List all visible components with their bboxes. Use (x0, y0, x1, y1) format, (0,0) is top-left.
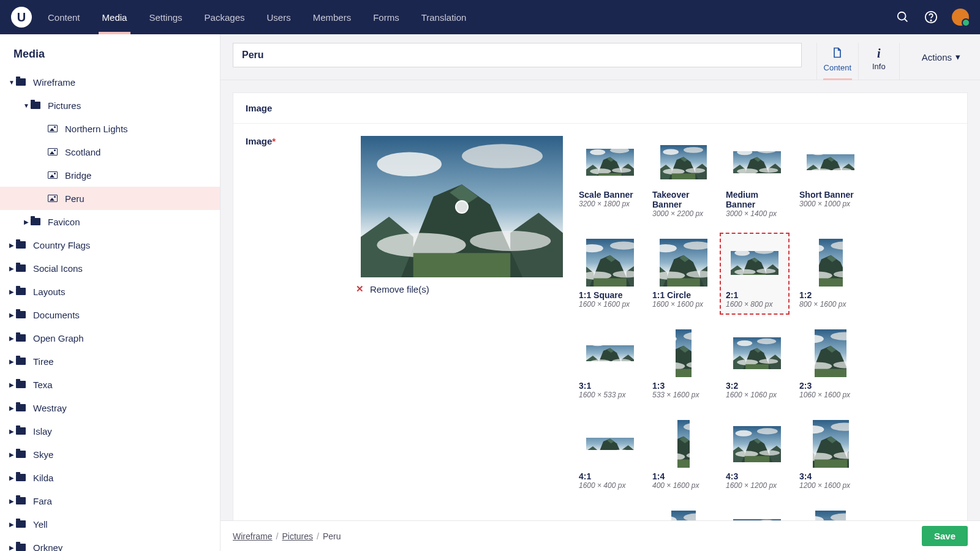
tree-item[interactable]: ▶Texa (0, 373, 220, 396)
logo[interactable]: U (11, 7, 32, 28)
crop-preset[interactable] (576, 508, 644, 520)
breadcrumb-link[interactable]: Wireframe (233, 531, 273, 541)
tree-item-label: Bridge (65, 170, 91, 181)
breadcrumb-link[interactable]: Pictures (282, 531, 313, 541)
tree-item[interactable]: ▶Scotland (0, 140, 220, 163)
caret-right-icon[interactable]: ▶ (7, 312, 16, 318)
crop-preset[interactable]: 2:11600 × 800 px (721, 234, 788, 313)
caret-right-icon[interactable]: ▶ (7, 544, 16, 551)
crop-name: Medium Banner (726, 190, 788, 209)
folder-icon (16, 451, 27, 458)
crop-preset[interactable] (797, 508, 864, 520)
search-icon[interactable] (895, 10, 910, 24)
tab-info[interactable]: i Info (858, 43, 900, 80)
caret-right-icon[interactable]: ▶ (7, 428, 16, 435)
crop-dimensions: 3000 × 1400 px (726, 209, 788, 218)
tree-item-label: Tiree (33, 356, 54, 367)
crop-preset[interactable]: 3:11600 × 533 px (576, 327, 644, 402)
tree-item[interactable]: ▶Westray (0, 396, 220, 419)
tree-item[interactable]: ▶Layouts (0, 280, 220, 303)
caret-right-icon[interactable]: ▶ (7, 474, 16, 481)
breadcrumb-current: Peru (323, 531, 341, 541)
caret-down-icon[interactable]: ▼ (7, 79, 16, 86)
save-button[interactable]: Save (922, 526, 968, 546)
crop-preset[interactable]: Medium Banner3000 × 1400 px (723, 136, 791, 220)
tree-item[interactable]: ▼Wireframe (0, 70, 220, 94)
caret-right-icon[interactable]: ▶ (7, 242, 16, 249)
folder-icon (31, 218, 42, 225)
crop-preset[interactable]: Takeover Banner3000 × 2200 px (650, 136, 717, 220)
crop-preset[interactable]: 1:3533 × 1600 px (650, 327, 717, 402)
crop-preset[interactable]: 4:31600 × 1200 px (723, 418, 791, 492)
tree-item[interactable]: ▶Peru (0, 187, 220, 210)
caret-right-icon[interactable]: ▶ (7, 498, 16, 504)
folder-icon (16, 404, 27, 411)
caret-right-icon[interactable]: ▶ (7, 288, 16, 295)
crop-preset[interactable]: Short Banner3000 × 1000 px (797, 136, 864, 220)
crop-dimensions: 1200 × 1600 px (799, 481, 862, 490)
crop-preset[interactable]: 3:21600 × 1060 px (723, 327, 791, 402)
folder-icon (31, 102, 42, 109)
tree-item[interactable]: ▶Skye (0, 443, 220, 466)
breadcrumb: Wireframe/Pictures/Peru (233, 531, 341, 541)
crop-preset[interactable]: 3:41200 × 1600 px (797, 418, 864, 492)
user-avatar[interactable] (952, 9, 969, 26)
crop-preset[interactable]: 1:2800 × 1600 px (797, 236, 864, 311)
tree-item[interactable]: ▶Bridge (0, 163, 220, 187)
tree-item[interactable]: ▶Fara (0, 489, 220, 512)
main-image[interactable] (356, 136, 568, 277)
caret-right-icon[interactable]: ▶ (7, 405, 16, 411)
focal-point-handle[interactable] (455, 200, 469, 214)
nav-item-media[interactable]: Media (102, 0, 127, 34)
remove-file-button[interactable]: ✕ Remove file(s) (356, 283, 568, 294)
folder-icon (16, 427, 27, 435)
nav-item-forms[interactable]: Forms (373, 0, 399, 34)
actions-dropdown[interactable]: Actions ▾ (914, 43, 968, 62)
caret-right-icon[interactable]: ▶ (7, 335, 16, 342)
crop-dimensions: 800 × 1600 px (799, 300, 862, 309)
tree-item[interactable]: ▶Tiree (0, 350, 220, 373)
tree-item[interactable]: ▶Orkney (0, 536, 220, 551)
crop-preset[interactable]: 2:31060 × 1600 px (797, 327, 864, 402)
tree-item[interactable]: ▶Social Icons (0, 257, 220, 280)
caret-right-icon[interactable]: ▶ (22, 219, 31, 225)
caret-right-icon[interactable]: ▶ (7, 358, 16, 365)
nav-item-users[interactable]: Users (266, 0, 290, 34)
crop-preset[interactable]: 1:4400 × 1600 px (650, 418, 717, 492)
crop-name: Scale Banner (579, 190, 641, 200)
tab-content[interactable]: Content (816, 43, 858, 80)
crop-preset[interactable] (723, 508, 791, 520)
tree-item[interactable]: ▶Favicon (0, 210, 220, 233)
caret-down-icon[interactable]: ▼ (22, 102, 31, 109)
nav-item-packages[interactable]: Packages (205, 0, 245, 34)
crop-dimensions: 1600 × 1060 px (726, 391, 788, 399)
caret-right-icon[interactable]: ▶ (7, 381, 16, 388)
crop-preset[interactable]: Scale Banner3200 × 1800 px (576, 136, 644, 220)
tree-item[interactable]: ▶Kilda (0, 466, 220, 489)
node-name-input[interactable] (233, 43, 802, 67)
tree-item[interactable]: ▶Open Graph (0, 326, 220, 350)
folder-icon (16, 381, 27, 388)
tree-item[interactable]: ▶Country Flags (0, 233, 220, 257)
crop-preset[interactable] (650, 508, 717, 520)
caret-right-icon[interactable]: ▶ (7, 521, 16, 528)
sidebar-title: Media (0, 34, 220, 70)
tree-item[interactable]: ▶Yell (0, 512, 220, 536)
tree-item[interactable]: ▶Documents (0, 303, 220, 326)
crop-preset[interactable]: 1:1 Circle1600 × 1600 px (650, 236, 717, 311)
crop-name: Takeover Banner (652, 190, 715, 209)
caret-right-icon[interactable]: ▶ (7, 265, 16, 272)
crop-preset[interactable]: 1:1 Square1600 × 1600 px (576, 236, 644, 311)
tree-item[interactable]: ▼Pictures (0, 94, 220, 117)
nav-item-members[interactable]: Members (313, 0, 352, 34)
nav-item-settings[interactable]: Settings (149, 0, 182, 34)
crop-dimensions: 1060 × 1600 px (799, 391, 862, 399)
nav-item-translation[interactable]: Translation (421, 0, 467, 34)
folder-icon (16, 358, 27, 365)
caret-right-icon[interactable]: ▶ (7, 451, 16, 458)
crop-preset[interactable]: 4:11600 × 400 px (576, 418, 644, 492)
tree-item[interactable]: ▶Islay (0, 419, 220, 443)
help-icon[interactable] (924, 10, 938, 24)
tree-item[interactable]: ▶Northern Lights (0, 117, 220, 140)
nav-item-content[interactable]: Content (48, 0, 80, 34)
